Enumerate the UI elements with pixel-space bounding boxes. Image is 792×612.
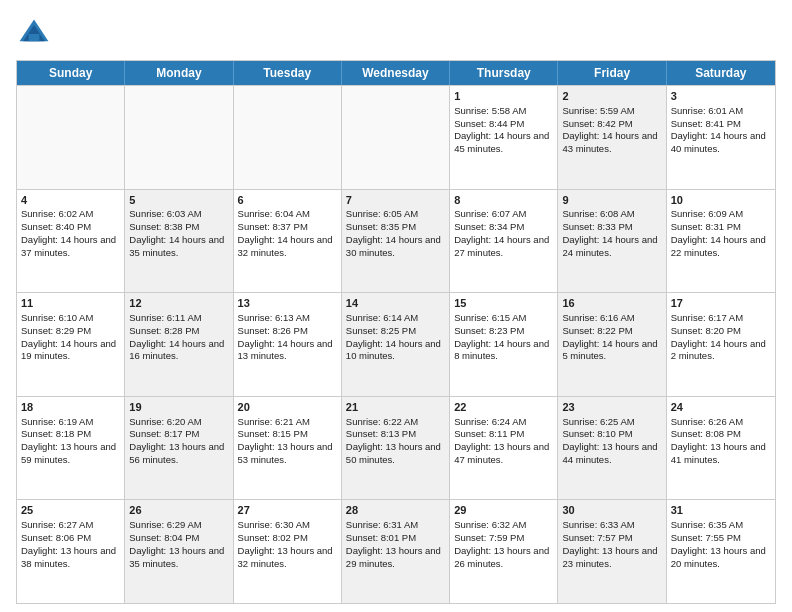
day-info: Sunrise: 6:09 AM Sunset: 8:31 PM Dayligh… xyxy=(671,208,766,257)
day-cell-6: 6Sunrise: 6:04 AM Sunset: 8:37 PM Daylig… xyxy=(234,190,342,293)
day-info: Sunrise: 6:32 AM Sunset: 7:59 PM Dayligh… xyxy=(454,519,549,568)
day-cell-18: 18Sunrise: 6:19 AM Sunset: 8:18 PM Dayli… xyxy=(17,397,125,500)
day-number: 6 xyxy=(238,193,337,208)
calendar-week-2: 4Sunrise: 6:02 AM Sunset: 8:40 PM Daylig… xyxy=(17,189,775,293)
empty-cell xyxy=(234,86,342,189)
day-number: 18 xyxy=(21,400,120,415)
day-cell-17: 17Sunrise: 6:17 AM Sunset: 8:20 PM Dayli… xyxy=(667,293,775,396)
header-day-saturday: Saturday xyxy=(667,61,775,85)
day-number: 29 xyxy=(454,503,553,518)
calendar-week-1: 1Sunrise: 5:58 AM Sunset: 8:44 PM Daylig… xyxy=(17,85,775,189)
day-info: Sunrise: 6:30 AM Sunset: 8:02 PM Dayligh… xyxy=(238,519,333,568)
day-cell-12: 12Sunrise: 6:11 AM Sunset: 8:28 PM Dayli… xyxy=(125,293,233,396)
day-info: Sunrise: 6:07 AM Sunset: 8:34 PM Dayligh… xyxy=(454,208,549,257)
day-number: 14 xyxy=(346,296,445,311)
logo-icon xyxy=(16,16,52,52)
day-number: 7 xyxy=(346,193,445,208)
day-number: 31 xyxy=(671,503,771,518)
header-day-monday: Monday xyxy=(125,61,233,85)
header-day-friday: Friday xyxy=(558,61,666,85)
day-info: Sunrise: 6:24 AM Sunset: 8:11 PM Dayligh… xyxy=(454,416,549,465)
day-number: 21 xyxy=(346,400,445,415)
day-number: 19 xyxy=(129,400,228,415)
day-info: Sunrise: 6:20 AM Sunset: 8:17 PM Dayligh… xyxy=(129,416,224,465)
day-cell-25: 25Sunrise: 6:27 AM Sunset: 8:06 PM Dayli… xyxy=(17,500,125,603)
calendar: SundayMondayTuesdayWednesdayThursdayFrid… xyxy=(16,60,776,604)
day-info: Sunrise: 6:16 AM Sunset: 8:22 PM Dayligh… xyxy=(562,312,657,361)
day-cell-26: 26Sunrise: 6:29 AM Sunset: 8:04 PM Dayli… xyxy=(125,500,233,603)
day-number: 10 xyxy=(671,193,771,208)
day-info: Sunrise: 6:02 AM Sunset: 8:40 PM Dayligh… xyxy=(21,208,116,257)
day-cell-3: 3Sunrise: 6:01 AM Sunset: 8:41 PM Daylig… xyxy=(667,86,775,189)
header-day-wednesday: Wednesday xyxy=(342,61,450,85)
day-number: 28 xyxy=(346,503,445,518)
day-info: Sunrise: 5:58 AM Sunset: 8:44 PM Dayligh… xyxy=(454,105,549,154)
day-cell-31: 31Sunrise: 6:35 AM Sunset: 7:55 PM Dayli… xyxy=(667,500,775,603)
day-info: Sunrise: 6:03 AM Sunset: 8:38 PM Dayligh… xyxy=(129,208,224,257)
day-number: 4 xyxy=(21,193,120,208)
empty-cell xyxy=(17,86,125,189)
day-cell-15: 15Sunrise: 6:15 AM Sunset: 8:23 PM Dayli… xyxy=(450,293,558,396)
day-number: 22 xyxy=(454,400,553,415)
calendar-week-5: 25Sunrise: 6:27 AM Sunset: 8:06 PM Dayli… xyxy=(17,499,775,603)
day-info: Sunrise: 6:33 AM Sunset: 7:57 PM Dayligh… xyxy=(562,519,657,568)
day-number: 26 xyxy=(129,503,228,518)
day-number: 9 xyxy=(562,193,661,208)
day-number: 17 xyxy=(671,296,771,311)
day-number: 30 xyxy=(562,503,661,518)
day-cell-9: 9Sunrise: 6:08 AM Sunset: 8:33 PM Daylig… xyxy=(558,190,666,293)
day-cell-28: 28Sunrise: 6:31 AM Sunset: 8:01 PM Dayli… xyxy=(342,500,450,603)
day-number: 16 xyxy=(562,296,661,311)
day-cell-14: 14Sunrise: 6:14 AM Sunset: 8:25 PM Dayli… xyxy=(342,293,450,396)
day-number: 20 xyxy=(238,400,337,415)
day-number: 27 xyxy=(238,503,337,518)
day-info: Sunrise: 6:15 AM Sunset: 8:23 PM Dayligh… xyxy=(454,312,549,361)
day-cell-2: 2Sunrise: 5:59 AM Sunset: 8:42 PM Daylig… xyxy=(558,86,666,189)
day-cell-4: 4Sunrise: 6:02 AM Sunset: 8:40 PM Daylig… xyxy=(17,190,125,293)
day-info: Sunrise: 6:29 AM Sunset: 8:04 PM Dayligh… xyxy=(129,519,224,568)
page: SundayMondayTuesdayWednesdayThursdayFrid… xyxy=(0,0,792,612)
day-cell-5: 5Sunrise: 6:03 AM Sunset: 8:38 PM Daylig… xyxy=(125,190,233,293)
day-cell-7: 7Sunrise: 6:05 AM Sunset: 8:35 PM Daylig… xyxy=(342,190,450,293)
calendar-header: SundayMondayTuesdayWednesdayThursdayFrid… xyxy=(17,61,775,85)
day-cell-11: 11Sunrise: 6:10 AM Sunset: 8:29 PM Dayli… xyxy=(17,293,125,396)
day-info: Sunrise: 6:10 AM Sunset: 8:29 PM Dayligh… xyxy=(21,312,116,361)
day-info: Sunrise: 5:59 AM Sunset: 8:42 PM Dayligh… xyxy=(562,105,657,154)
day-info: Sunrise: 6:01 AM Sunset: 8:41 PM Dayligh… xyxy=(671,105,766,154)
day-info: Sunrise: 6:35 AM Sunset: 7:55 PM Dayligh… xyxy=(671,519,766,568)
day-cell-1: 1Sunrise: 5:58 AM Sunset: 8:44 PM Daylig… xyxy=(450,86,558,189)
day-number: 1 xyxy=(454,89,553,104)
calendar-body: 1Sunrise: 5:58 AM Sunset: 8:44 PM Daylig… xyxy=(17,85,775,603)
day-number: 11 xyxy=(21,296,120,311)
day-info: Sunrise: 6:27 AM Sunset: 8:06 PM Dayligh… xyxy=(21,519,116,568)
day-info: Sunrise: 6:08 AM Sunset: 8:33 PM Dayligh… xyxy=(562,208,657,257)
day-info: Sunrise: 6:13 AM Sunset: 8:26 PM Dayligh… xyxy=(238,312,333,361)
day-cell-30: 30Sunrise: 6:33 AM Sunset: 7:57 PM Dayli… xyxy=(558,500,666,603)
day-info: Sunrise: 6:26 AM Sunset: 8:08 PM Dayligh… xyxy=(671,416,766,465)
day-info: Sunrise: 6:25 AM Sunset: 8:10 PM Dayligh… xyxy=(562,416,657,465)
calendar-week-4: 18Sunrise: 6:19 AM Sunset: 8:18 PM Dayli… xyxy=(17,396,775,500)
day-number: 13 xyxy=(238,296,337,311)
empty-cell xyxy=(125,86,233,189)
day-info: Sunrise: 6:04 AM Sunset: 8:37 PM Dayligh… xyxy=(238,208,333,257)
day-info: Sunrise: 6:31 AM Sunset: 8:01 PM Dayligh… xyxy=(346,519,441,568)
day-info: Sunrise: 6:05 AM Sunset: 8:35 PM Dayligh… xyxy=(346,208,441,257)
day-cell-20: 20Sunrise: 6:21 AM Sunset: 8:15 PM Dayli… xyxy=(234,397,342,500)
day-cell-19: 19Sunrise: 6:20 AM Sunset: 8:17 PM Dayli… xyxy=(125,397,233,500)
day-number: 5 xyxy=(129,193,228,208)
day-cell-23: 23Sunrise: 6:25 AM Sunset: 8:10 PM Dayli… xyxy=(558,397,666,500)
day-info: Sunrise: 6:22 AM Sunset: 8:13 PM Dayligh… xyxy=(346,416,441,465)
day-number: 25 xyxy=(21,503,120,518)
day-cell-10: 10Sunrise: 6:09 AM Sunset: 8:31 PM Dayli… xyxy=(667,190,775,293)
day-cell-16: 16Sunrise: 6:16 AM Sunset: 8:22 PM Dayli… xyxy=(558,293,666,396)
header-day-thursday: Thursday xyxy=(450,61,558,85)
day-number: 23 xyxy=(562,400,661,415)
header xyxy=(16,16,776,52)
day-info: Sunrise: 6:14 AM Sunset: 8:25 PM Dayligh… xyxy=(346,312,441,361)
svg-rect-2 xyxy=(29,34,40,41)
logo xyxy=(16,16,56,52)
day-info: Sunrise: 6:21 AM Sunset: 8:15 PM Dayligh… xyxy=(238,416,333,465)
header-day-sunday: Sunday xyxy=(17,61,125,85)
header-day-tuesday: Tuesday xyxy=(234,61,342,85)
day-number: 8 xyxy=(454,193,553,208)
